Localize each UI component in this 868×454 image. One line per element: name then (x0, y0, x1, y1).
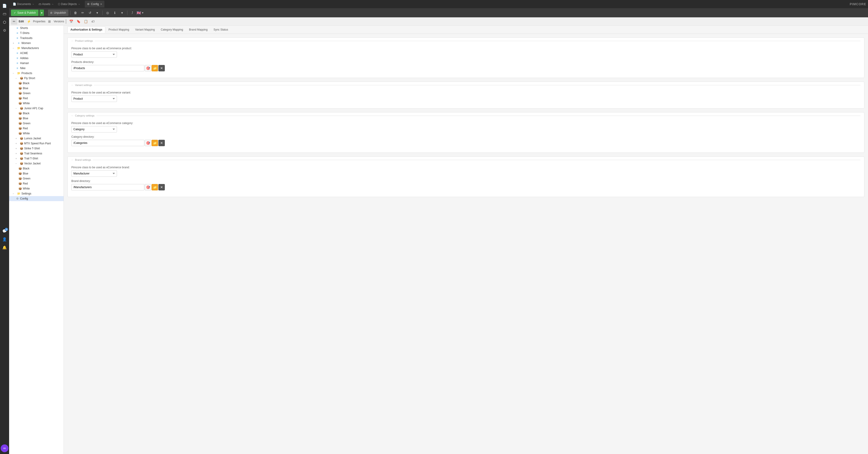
tab-sync-status[interactable]: Sync Status (211, 26, 231, 33)
products-toggle[interactable]: − (13, 72, 16, 74)
product-dir-input[interactable] (71, 65, 144, 71)
women-toggle[interactable]: + (13, 42, 16, 44)
tools-icon-btn[interactable]: ⚙ (1, 26, 8, 34)
sidebar-item-junior-red[interactable]: 📦 Red (9, 126, 64, 131)
sidebar-item-acme[interactable]: ≡ ACME (9, 51, 64, 56)
sidebar-item-strike[interactable]: + 📦 Strike T-Shirt (9, 146, 64, 151)
sidebar-item-fly-black[interactable]: 📦 Black (9, 81, 64, 86)
chat-icon-btn[interactable]: 💬 4 (1, 228, 8, 235)
product-class-select[interactable]: Product Category Manufacturer (71, 51, 117, 58)
sidebar-item-adidas[interactable]: ≡ Adidas (9, 56, 64, 61)
sidebar-item-vector-blue[interactable]: 📦 Blue (9, 171, 64, 176)
config-tab[interactable]: ⚙ Config × (85, 1, 104, 7)
junior-toggle[interactable]: − (16, 107, 19, 110)
sidebar-item-settings[interactable]: − 📁 Settings (9, 191, 64, 196)
delete-button[interactable]: 🗑 (72, 9, 79, 16)
tab-auth-settings[interactable]: Authorization & Settings (67, 26, 105, 33)
data-objects-icon-btn[interactable]: ⬡ (1, 18, 8, 26)
settings-toggle[interactable]: − (13, 192, 16, 195)
sidebar-item-tracksuits[interactable]: ≡ Tracksuits (9, 36, 64, 40)
sidebar-item-fly-short[interactable]: − 📦 Fly Short (9, 76, 64, 81)
category-class-select[interactable]: Product Category Manufacturer (71, 126, 117, 132)
product-dir-target-btn[interactable]: 🎯 (145, 65, 151, 71)
versions-tab-button[interactable]: ⊞ (46, 18, 53, 25)
sidebar-item-trail-seamless[interactable]: + 📦 Trail Seamless (9, 151, 64, 156)
sidebar-item-tshirts[interactable]: ≡ T-Shirts (9, 31, 64, 36)
category-dir-clear-btn[interactable]: ✕ (158, 140, 165, 146)
info-dropdown[interactable]: ▾ (119, 9, 125, 16)
calendar-button[interactable]: 📅 (68, 18, 74, 25)
sidebar-item-manufacturers[interactable]: − 📁 Manufacturers (9, 46, 64, 51)
sidebar-item-junior[interactable]: − 📦 Junior AP1 Cap (9, 106, 64, 111)
tab-brand-mapping[interactable]: Brand Mapping (186, 26, 210, 33)
tag-button[interactable]: 🏷 (90, 18, 96, 25)
trail-tshirt-toggle[interactable]: + (16, 157, 19, 160)
sidebar-item-junior-blue[interactable]: 📦 Blue (9, 116, 64, 121)
mtx-toggle[interactable]: + (16, 142, 19, 145)
clipboard-button[interactable]: 📋 (83, 18, 89, 25)
product-dir-folder-btn[interactable]: 📁 (152, 65, 158, 71)
vector-toggle[interactable]: − (16, 162, 19, 165)
documents-icon-btn[interactable]: 📄 (1, 2, 8, 9)
tab-variant-mapping[interactable]: Variant Mapping (132, 26, 158, 33)
sidebar-item-lumos[interactable]: + 📦 Lumos Jacket (9, 136, 64, 141)
sidebar-item-vector-black[interactable]: 📦 Black (9, 166, 64, 171)
lumos-toggle[interactable]: + (16, 137, 19, 140)
sidebar-item-config[interactable]: ⚙ Config (9, 196, 64, 201)
product-dir-clear-btn[interactable]: ✕ (158, 65, 165, 71)
strike-toggle[interactable]: + (16, 147, 19, 150)
location-button[interactable]: ◎ (104, 9, 111, 16)
sidebar-item-mtx[interactable]: + 📦 MTX Speed Run Pant (9, 141, 64, 146)
sidebar-item-vector-green[interactable]: 📦 Green (9, 176, 64, 181)
variant-class-select[interactable]: Product Category Manufacturer (71, 95, 117, 102)
trail-seamless-toggle[interactable]: + (16, 152, 19, 155)
sidebar-item-fly-red[interactable]: 📦 Red (9, 96, 64, 101)
brand-class-select[interactable]: Product Category Manufacturer (71, 170, 117, 177)
language-button[interactable]: 🇬🇧 ▾ (136, 11, 144, 15)
user-icon-btn[interactable]: 👤 (1, 236, 8, 243)
info-button[interactable]: ℹ (112, 9, 118, 16)
sidebar-item-junior-green[interactable]: 📦 Green (9, 121, 64, 126)
notifications-icon-btn[interactable]: 🔔 (1, 244, 8, 251)
config-tab-close[interactable]: × (100, 2, 102, 6)
sidebar-item-vector-jacket[interactable]: − 📦 Vector Jacket (9, 161, 64, 166)
edit-button[interactable]: ✏ (80, 9, 86, 16)
infinity-icon-btn[interactable]: ∞ (1, 445, 8, 452)
save-publish-dropdown[interactable]: ▾ (39, 9, 44, 16)
sidebar-item-products[interactable]: − 📁 Products (9, 71, 64, 76)
edit-tab-button[interactable]: ✏ (11, 18, 17, 25)
bookmark-button[interactable]: 🔖 (75, 18, 82, 25)
save-publish-button[interactable]: ✓ Save & Publish (11, 9, 38, 16)
category-dir-input[interactable] (71, 140, 144, 146)
fly-short-toggle[interactable]: − (16, 77, 19, 80)
manufacturers-toggle[interactable]: − (13, 47, 16, 50)
assets-icon-btn[interactable]: 🗃 (1, 10, 8, 18)
top-nav-documents[interactable]: 📄 Documents → (11, 1, 36, 7)
share-button[interactable]: ⤴ (129, 9, 135, 16)
sidebar-item-junior-black[interactable]: 📦 Black (9, 111, 64, 116)
sidebar-item-trail-tshirt[interactable]: + 📦 Trail T-Shirt (9, 156, 64, 161)
reload-dropdown[interactable]: ▾ (94, 9, 100, 16)
top-nav-data-objects[interactable]: ⬡ Data Objects → (56, 1, 82, 7)
sidebar-item-fly-blue[interactable]: 📦 Blue (9, 86, 64, 91)
sidebar-item-shorts[interactable]: ≡ Shorts (9, 26, 64, 31)
category-dir-target-btn[interactable]: 🎯 (145, 140, 151, 146)
brand-dir-folder-btn[interactable]: 📁 (152, 184, 158, 190)
properties-tab-button[interactable]: ⚡ (26, 18, 32, 25)
tab-product-mapping[interactable]: Product Mapping (106, 26, 132, 33)
brand-dir-clear-btn[interactable]: ✕ (158, 184, 165, 190)
top-nav-assets[interactable]: 🗃 Assets → (37, 1, 56, 7)
tab-category-mapping[interactable]: Category Mapping (158, 26, 186, 33)
sidebar-item-junior-white[interactable]: 📦 White (9, 131, 64, 136)
brand-dir-target-btn[interactable]: 🎯 (145, 184, 151, 190)
sidebar-item-hamari[interactable]: ≡ Hamari (9, 61, 64, 66)
unpublish-button[interactable]: ⊘ Unpublish (48, 9, 68, 16)
category-dir-folder-btn[interactable]: 📁 (152, 140, 158, 146)
sidebar-item-vector-red[interactable]: 📦 Red (9, 181, 64, 186)
sidebar-item-nike[interactable]: ≡ Nike (9, 66, 64, 71)
reload-button[interactable]: ↺ (87, 9, 93, 16)
sidebar-item-fly-white[interactable]: 📦 White (9, 101, 64, 106)
sidebar-item-vector-white[interactable]: 📦 White (9, 186, 64, 191)
sidebar-item-women[interactable]: + ≡ Women (9, 40, 64, 46)
brand-dir-input[interactable] (71, 184, 144, 190)
